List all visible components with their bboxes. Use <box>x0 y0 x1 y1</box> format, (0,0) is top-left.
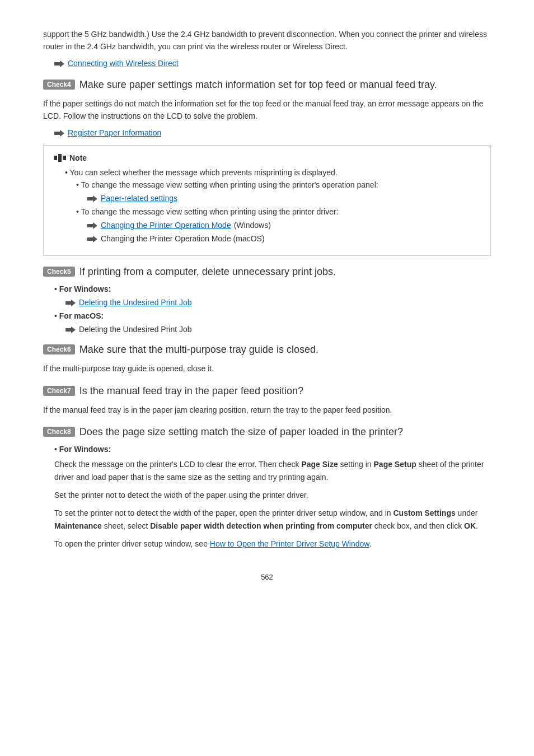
note-title: Note <box>54 153 480 162</box>
intro-paragraph: support the 5 GHz bandwidth.) Use the 2.… <box>43 28 491 53</box>
check8-windows-p3: To set the printer not to detect the wid… <box>54 507 491 532</box>
check8-badge: Check8 <box>43 427 75 437</box>
link-deleting-print-job-macos[interactable]: Deleting the Undesired Print Job <box>65 325 491 334</box>
arrow-icon <box>87 222 97 228</box>
svg-marker-6 <box>87 222 97 229</box>
svg-marker-5 <box>87 195 97 202</box>
svg-marker-9 <box>65 326 76 333</box>
link-changing-printer-op-macos-text: Changing the Printer Operation Mode (mac… <box>101 234 265 243</box>
check4-heading-text: Make sure paper settings match informati… <box>79 78 491 92</box>
check6-body: If the multi-purpose tray guide is opene… <box>43 362 491 375</box>
arrow-icon <box>65 299 76 306</box>
check6-badge: Check6 <box>43 344 75 354</box>
link-connecting-wireless-direct[interactable]: Connecting with Wireless Direct <box>54 59 491 68</box>
check4-badge: Check4 <box>43 80 75 90</box>
link-paper-related-settings-text[interactable]: Paper-related settings <box>101 194 177 203</box>
link-paper-related-settings[interactable]: Paper-related settings <box>87 194 480 203</box>
svg-rect-2 <box>54 156 57 160</box>
check8-windows-p4: To open the printer driver setup window,… <box>54 538 491 550</box>
svg-marker-1 <box>54 130 64 137</box>
svg-marker-0 <box>54 60 64 67</box>
check5-macos-label: For macOS: <box>54 311 491 320</box>
page-number: 562 <box>43 573 491 581</box>
note-bullet1: You can select whether the message which… <box>65 168 480 177</box>
note-sub-bullet1: To change the message view setting when … <box>76 180 480 189</box>
svg-marker-8 <box>65 300 76 306</box>
svg-marker-7 <box>87 236 97 242</box>
link-deleting-print-job-windows-text[interactable]: Deleting the Undesired Print Job <box>79 298 192 307</box>
arrow-icon <box>87 235 97 242</box>
check4-heading: Check4 Make sure paper settings match in… <box>43 78 491 92</box>
check5-heading: Check5 If printing from a computer, dele… <box>43 265 491 279</box>
svg-rect-3 <box>58 154 62 162</box>
check6-heading-text: Make sure that the multi-purpose tray gu… <box>79 343 491 357</box>
link-register-paper-text[interactable]: Register Paper Information <box>68 128 161 137</box>
check8-windows-p2: Set the printer not to detect the width … <box>54 489 491 501</box>
arrow-icon <box>87 195 97 202</box>
check8-windows-label: For Windows: <box>54 445 491 454</box>
windows-label: (Windows) <box>234 221 271 230</box>
link-changing-printer-op-macos[interactable]: Changing the Printer Operation Mode (mac… <box>87 234 480 243</box>
check7-body: If the manual feed tray is in the paper … <box>43 404 491 416</box>
check5-badge: Check5 <box>43 267 75 277</box>
note-title-text: Note <box>69 153 87 162</box>
svg-rect-4 <box>63 156 66 160</box>
link-changing-printer-op-windows[interactable]: Changing the Printer Operation Mode (Win… <box>87 221 480 230</box>
note-sub-bullet2: To change the message view setting when … <box>76 207 480 216</box>
link-wireless-direct-text[interactable]: Connecting with Wireless Direct <box>68 59 179 68</box>
check7-badge: Check7 <box>43 386 75 396</box>
link-register-paper[interactable]: Register Paper Information <box>54 128 491 137</box>
check7-heading: Check7 Is the manual feed tray in the pa… <box>43 384 491 398</box>
check5-windows-label: For Windows: <box>54 284 491 293</box>
check7-heading-text: Is the manual feed tray in the paper fee… <box>79 384 491 398</box>
arrow-icon <box>65 326 76 333</box>
check8-windows-p1: Check the message on the printer's LCD t… <box>54 458 491 483</box>
check8-heading: Check8 Does the page size setting match … <box>43 425 491 439</box>
link-deleting-print-job-windows[interactable]: Deleting the Undesired Print Job <box>65 298 491 307</box>
check8-heading-text: Does the page size setting match the siz… <box>79 425 491 439</box>
check4-body: If the paper settings do not match the i… <box>43 97 491 123</box>
note-box: Note You can select whether the message … <box>43 145 491 256</box>
link-changing-printer-op-windows-text[interactable]: Changing the Printer Operation Mode <box>101 221 231 230</box>
arrow-icon <box>54 129 64 136</box>
page-content: support the 5 GHz bandwidth.) Use the 2.… <box>21 11 513 598</box>
link-deleting-print-job-macos-text: Deleting the Undesired Print Job <box>79 325 192 334</box>
note-icon <box>54 154 66 162</box>
check6-heading: Check6 Make sure that the multi-purpose … <box>43 343 491 357</box>
link-how-to-open-setup-window[interactable]: How to Open the Printer Driver Setup Win… <box>210 539 369 548</box>
arrow-icon <box>54 60 64 67</box>
check5-heading-text: If printing from a computer, delete unne… <box>79 265 491 279</box>
